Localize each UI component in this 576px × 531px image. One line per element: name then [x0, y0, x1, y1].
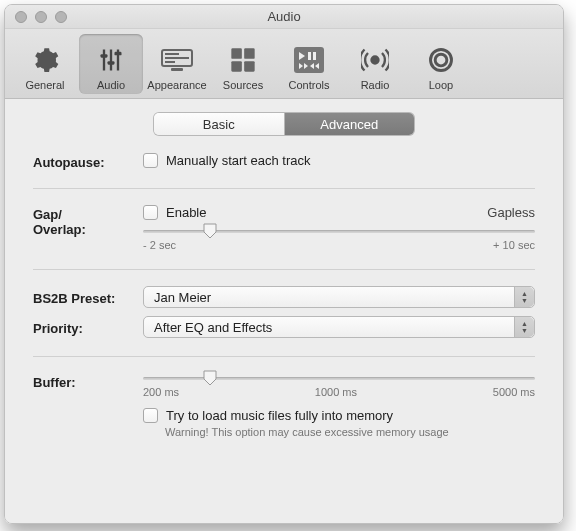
- svg-rect-12: [244, 48, 255, 59]
- divider: [33, 356, 535, 357]
- svg-rect-13: [231, 61, 242, 71]
- toolbar-label: Loop: [429, 79, 453, 91]
- svg-rect-10: [171, 68, 183, 71]
- gap-slider[interactable]: - 2 sec + 10 sec: [143, 230, 535, 251]
- label-buffer: Buffer:: [33, 373, 143, 390]
- row-loadfully: Try to load music files fully into memor…: [33, 408, 535, 438]
- checkbox-label: Manually start each track: [166, 153, 311, 168]
- row-bs2b: BS2B Preset: Jan Meier ▲▼: [33, 286, 535, 308]
- checkbox-icon: [143, 408, 158, 423]
- tick-2: 1000 ms: [315, 386, 357, 398]
- svg-rect-16: [308, 52, 311, 60]
- divider: [33, 269, 535, 270]
- toolbar-item-radio[interactable]: Radio: [343, 34, 407, 94]
- svg-point-18: [372, 57, 379, 64]
- toolbar-label: Appearance: [147, 79, 206, 91]
- svg-rect-14: [244, 61, 255, 71]
- slider-thumb[interactable]: [203, 223, 217, 239]
- svg-rect-11: [231, 48, 242, 59]
- svg-rect-8: [165, 57, 189, 59]
- checkbox-label: Enable: [166, 205, 206, 220]
- checkbox-autopause[interactable]: Manually start each track: [143, 153, 535, 168]
- loop-icon: [425, 45, 457, 75]
- gear-icon: [29, 45, 61, 75]
- updown-icon: ▲▼: [514, 317, 534, 337]
- label-autopause: Autopause:: [33, 153, 143, 170]
- playback-icon: [293, 45, 325, 75]
- svg-rect-5: [115, 52, 122, 56]
- toolbar-label: Controls: [289, 79, 330, 91]
- svg-rect-9: [165, 61, 175, 63]
- toolbar-item-appearance[interactable]: Appearance: [145, 34, 209, 94]
- checkbox-load-fully[interactable]: Try to load music files fully into memor…: [143, 408, 535, 423]
- svg-rect-17: [313, 52, 316, 60]
- select-value: Jan Meier: [154, 290, 211, 305]
- tab-basic[interactable]: Basic: [154, 113, 285, 135]
- toolbar-item-sources[interactable]: Sources: [211, 34, 275, 94]
- svg-rect-1: [110, 50, 112, 71]
- svg-rect-0: [103, 50, 105, 71]
- select-priority[interactable]: After EQ and Effects ▲▼: [143, 316, 535, 338]
- puzzle-icon: [227, 45, 259, 75]
- toolbar-item-audio[interactable]: Audio: [79, 34, 143, 94]
- divider: [33, 188, 535, 189]
- sliders-icon: [95, 45, 127, 75]
- buffer-slider[interactable]: 200 ms 1000 ms 5000 ms: [143, 377, 535, 398]
- tick-min: - 2 sec: [143, 239, 176, 251]
- row-buffer: Buffer: 200 ms 1000 ms 5000 ms: [33, 373, 535, 398]
- toolbar-label: Sources: [223, 79, 263, 91]
- checkbox-label: Try to load music files fully into memor…: [166, 408, 393, 423]
- select-bs2b[interactable]: Jan Meier ▲▼: [143, 286, 535, 308]
- checkbox-icon: [143, 153, 158, 168]
- label-bs2b: BS2B Preset:: [33, 289, 143, 306]
- warning-text: Warning! This option may cause excessive…: [165, 426, 535, 438]
- antenna-icon: [359, 45, 391, 75]
- tab-advanced[interactable]: Advanced: [285, 113, 415, 135]
- svg-point-19: [431, 50, 452, 71]
- toolbar-item-general[interactable]: General: [13, 34, 77, 94]
- label-gap: Gap/ Overlap:: [33, 205, 143, 237]
- toolbar-label: General: [25, 79, 64, 91]
- preferences-window: Audio General Audio Appearance Sources: [4, 4, 564, 524]
- svg-rect-3: [101, 54, 108, 58]
- segmented-control: Basic Advanced: [154, 113, 414, 135]
- window-title: Audio: [5, 9, 563, 24]
- svg-rect-4: [108, 61, 115, 64]
- toolbar: General Audio Appearance Sources Control…: [5, 29, 563, 99]
- toolbar-label: Radio: [361, 79, 390, 91]
- display-icon: [161, 45, 193, 75]
- gapless-label: Gapless: [487, 205, 535, 220]
- checkbox-icon: [143, 205, 158, 220]
- content-area: Basic Advanced Autopause: Manually start…: [5, 99, 563, 523]
- toolbar-item-controls[interactable]: Controls: [277, 34, 341, 94]
- row-gap: Gap/ Overlap: Enable Gapless - 2 sec: [33, 205, 535, 251]
- updown-icon: ▲▼: [514, 287, 534, 307]
- row-priority: Priority: After EQ and Effects ▲▼: [33, 316, 535, 338]
- toolbar-label: Audio: [97, 79, 125, 91]
- row-autopause: Autopause: Manually start each track: [33, 153, 535, 170]
- svg-point-20: [435, 54, 447, 66]
- tick-max: + 10 sec: [493, 239, 535, 251]
- toolbar-item-loop[interactable]: Loop: [409, 34, 473, 94]
- select-value: After EQ and Effects: [154, 320, 272, 335]
- tick-3: 5000 ms: [493, 386, 535, 398]
- svg-rect-7: [165, 53, 179, 55]
- titlebar: Audio: [5, 5, 563, 29]
- tick-1: 200 ms: [143, 386, 179, 398]
- label-priority: Priority:: [33, 319, 143, 336]
- slider-thumb[interactable]: [203, 370, 217, 386]
- checkbox-gap-enable[interactable]: Enable: [143, 205, 206, 220]
